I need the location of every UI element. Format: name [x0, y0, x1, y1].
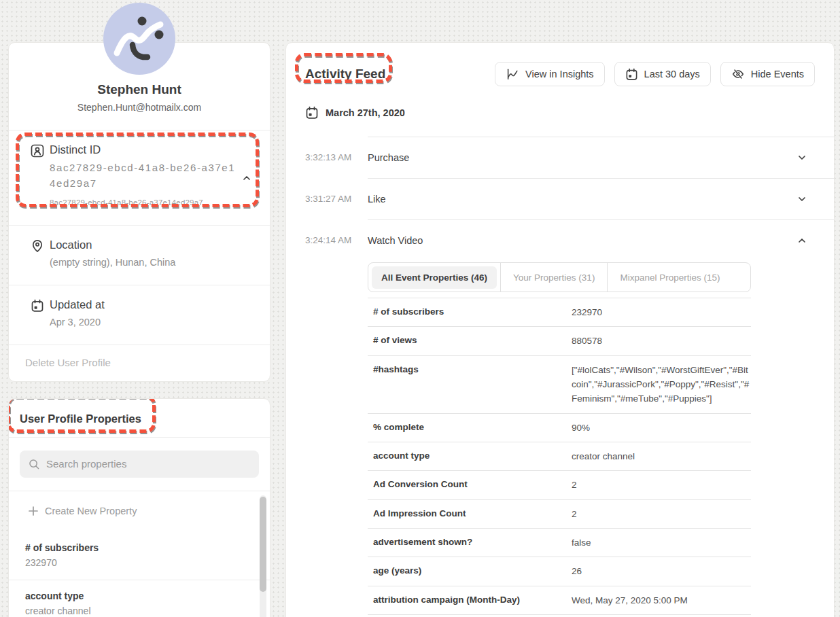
distinct-id-value: 8ac27829-ebcd-41a8-be26-a37e14ed29a7: [50, 160, 237, 191]
event-time: 3:32:13 AM: [305, 137, 368, 178]
property-value-cell: ["#lolCats","#Wilson","#WorstGiftEver","…: [572, 363, 751, 406]
chevron-up-icon[interactable]: [241, 173, 252, 183]
plus-icon: [28, 506, 39, 516]
property-value-cell: 2: [572, 478, 751, 492]
activity-feed-title: Activity Feed: [305, 62, 385, 82]
view-in-insights-label: View in Insights: [525, 69, 593, 80]
table-row: # of subscribers 232970: [368, 298, 751, 326]
mixpanel-user-profile-page: { "colors": { "annotation_red": "#f4513c…: [0, 0, 840, 617]
property-name-cell: # of views: [373, 334, 572, 348]
property-value: 232970: [25, 557, 253, 568]
property-name: # of subscribers: [25, 542, 253, 553]
tab-all-event-properties[interactable]: All Event Properties (46): [368, 263, 501, 292]
tab-your-properties[interactable]: Your Properties (31): [501, 263, 608, 292]
trend-face-avatar-icon: [103, 3, 175, 75]
event-time: 3:24:14 AM: [305, 219, 368, 261]
delete-user-profile-link[interactable]: Delete User Profile: [9, 345, 270, 381]
create-new-property-button[interactable]: Create New Property: [9, 491, 270, 532]
profile-card: Stephen Hunt Stephen.Hunt@hotmailx.com D…: [8, 42, 270, 382]
property-value-cell: 232970: [572, 305, 751, 319]
updated-at-value: Apr 3, 2020: [50, 315, 105, 330]
property-value-cell: false: [572, 535, 751, 550]
event-properties-table: # of subscribers 232970 # of views 88057…: [368, 298, 751, 617]
search-properties-box[interactable]: [20, 451, 259, 478]
property-value-cell: 2: [572, 507, 751, 521]
create-new-property-label: Create New Property: [45, 506, 137, 516]
table-row: account type creator channel: [368, 442, 751, 470]
event-name: Like: [368, 194, 386, 205]
distinct-id-label: Distinct ID: [50, 143, 237, 156]
search-properties-input[interactable]: [46, 458, 251, 470]
property-name-cell: % complete: [373, 421, 572, 435]
distinct-id-small-value: 8ac27829-ebcd-41a8-be26-a37e14ed29a7: [50, 198, 237, 207]
distinct-id-row[interactable]: Distinct ID 8ac27829-ebcd-41a8-be26-a37e…: [9, 130, 270, 225]
property-value-cell: Wed, May 27, 2020 5:00 PM: [572, 593, 751, 607]
table-row: #hashtags ["#lolCats","#Wilson","#WorstG…: [368, 355, 751, 413]
event-list: 3:32:13 AM Purchase 3:31:27 AM Like 3:24…: [305, 137, 834, 261]
user-name: Stephen Hunt: [20, 82, 259, 97]
calendar-icon: [625, 68, 638, 81]
event-properties-tabs: All Event Properties (46) Your Propertie…: [368, 262, 751, 292]
property-name-cell: age (years): [373, 564, 572, 578]
activity-feed-header: Activity Feed View in Insights Last 30 d…: [286, 43, 834, 86]
property-name-cell: Ad Conversion Count: [373, 478, 572, 492]
search-properties-wrap: [9, 437, 270, 491]
user-email: Stephen.Hunt@hotmailx.com: [20, 102, 259, 113]
view-in-insights-button[interactable]: View in Insights: [495, 62, 604, 86]
user-properties-card: User Profile Properties Create New Prope…: [8, 398, 270, 617]
last-30-days-label: Last 30 days: [644, 69, 700, 80]
scrollbar-thumb[interactable]: [260, 497, 266, 592]
chevron-down-icon[interactable]: [797, 194, 807, 205]
left-column: Stephen Hunt Stephen.Hunt@hotmailx.com D…: [8, 3, 270, 617]
date-header-row: March 27th, 2020: [286, 86, 834, 120]
property-name-cell: # of subscribers: [373, 305, 572, 319]
property-item[interactable]: account type creator channel: [9, 580, 270, 617]
chevron-down-icon[interactable]: [797, 152, 807, 163]
badge-person-icon: [31, 144, 44, 158]
property-value-cell: 90%: [572, 421, 751, 435]
hide-events-label: Hide Events: [751, 69, 804, 80]
avatar: [103, 3, 175, 75]
tab-mixpanel-properties[interactable]: Mixpanel Properties (15): [608, 263, 732, 292]
property-value-cell: 26: [572, 564, 751, 578]
property-value: creator channel: [25, 605, 253, 616]
scrollbar-track[interactable]: [260, 495, 266, 617]
chevron-up-icon[interactable]: [797, 235, 807, 246]
user-properties-list: Create New Property # of subscribers 232…: [9, 491, 270, 617]
updated-at-row: Updated at Apr 3, 2020: [9, 285, 270, 345]
property-name-cell: account type: [373, 449, 572, 463]
table-row: % complete 90%: [368, 413, 751, 442]
event-name: Watch Video: [368, 235, 423, 246]
table-row: age (years) 26: [368, 557, 751, 585]
calendar-icon: [31, 299, 44, 313]
property-name-cell: advertisement shown?: [373, 535, 572, 550]
table-row: attribution campaign (Month-Day) Wed, Ma…: [368, 586, 751, 614]
event-row[interactable]: 3:31:27 AM Like: [305, 178, 834, 219]
event-time: 3:31:27 AM: [305, 178, 368, 219]
location-value: (empty string), Hunan, China: [50, 255, 175, 270]
table-row: # of views 880578: [368, 326, 751, 355]
table-row: Ad Impression Count 2: [368, 499, 751, 528]
table-row: attribution channel Facebook: [368, 614, 751, 617]
property-name-cell: attribution campaign (Month-Day): [373, 593, 572, 607]
feed-actions: View in Insights Last 30 days Hi: [495, 62, 815, 86]
user-properties-title: User Profile Properties: [9, 399, 270, 437]
line-chart-icon: [506, 67, 519, 81]
event-row-expanded[interactable]: 3:24:14 AM Watch Video: [305, 219, 834, 261]
property-name-cell: #hashtags: [373, 363, 572, 406]
eye-slash-icon: [731, 67, 745, 81]
table-row: Ad Conversion Count 2: [368, 470, 751, 499]
updated-at-label: Updated at: [50, 298, 105, 311]
last-30-days-button[interactable]: Last 30 days: [614, 62, 711, 86]
location-label: Location: [50, 239, 175, 251]
property-name-cell: Ad Impression Count: [373, 507, 572, 521]
search-icon: [28, 458, 40, 470]
hide-events-button[interactable]: Hide Events: [720, 62, 815, 86]
table-row: advertisement shown? false: [368, 528, 751, 557]
property-item[interactable]: # of subscribers 232970: [9, 532, 270, 580]
date-header: March 27th, 2020: [326, 107, 405, 118]
event-row[interactable]: 3:32:13 AM Purchase: [305, 137, 834, 178]
event-detail-panel: All Event Properties (46) Your Propertie…: [368, 262, 751, 617]
calendar-icon: [305, 106, 319, 120]
location-row: Location (empty string), Hunan, China: [9, 225, 270, 285]
